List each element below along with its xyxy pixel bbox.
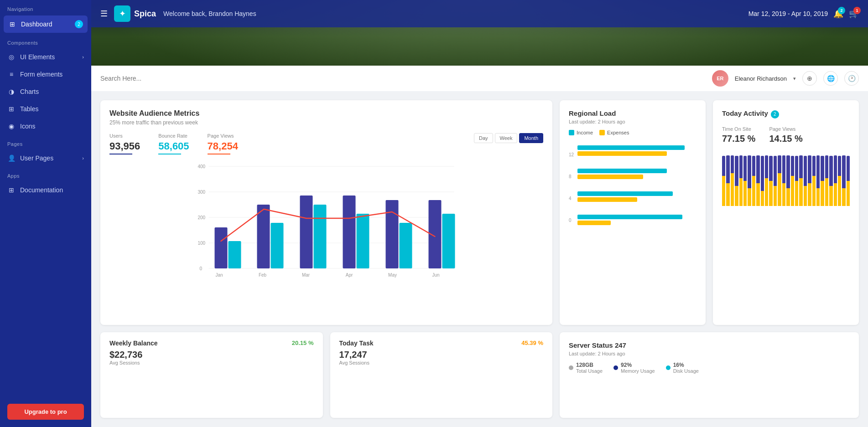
weekly-balance-value: $22,736 [109, 350, 314, 360]
sidebar-item-label: Dashboard [21, 21, 52, 28]
weekly-balance-header: Weekly Balance 20.15 % [109, 340, 314, 347]
sidebar-item-label: UI Elements [20, 53, 55, 61]
plus-icon[interactable]: ⊕ [802, 71, 817, 86]
globe-icon[interactable]: 🌐 [823, 71, 838, 86]
month-filter-button[interactable]: Month [519, 133, 543, 143]
svg-rect-19 [400, 223, 412, 268]
sidebar-item-ui-elements[interactable]: ◎ UI Elements › [0, 48, 91, 66]
svg-text:Feb: Feb [259, 273, 267, 278]
server-status-subtitle: Last update: 2 Hours ago [569, 351, 850, 356]
bar-column [726, 155, 729, 206]
server-status-title: Server Status 247 [569, 341, 850, 349]
expense-bar-4 [577, 221, 611, 225]
clock-icon[interactable]: 🕐 [844, 71, 859, 86]
y-label-12: 12 [569, 152, 574, 157]
sidebar-item-dashboard[interactable]: ⊞ Dashboard 2 [4, 15, 88, 33]
sidebar-item-label: Icons [20, 123, 35, 130]
notifications-button-2[interactable]: 🛒 1 [849, 9, 859, 19]
metrics-subtitle: 25% more traffic than previous week [109, 119, 543, 126]
svg-rect-21 [442, 214, 455, 268]
pageviews-metric: Page Views 78,254 [208, 133, 238, 154]
pageviews-value: 78,254 [208, 140, 238, 152]
disk-usage-value: 16% [673, 362, 699, 368]
today-task-header: Today Task 45.39 % [339, 340, 544, 347]
income-dot [569, 130, 574, 135]
bar-column [838, 156, 841, 206]
hbar-chart-wrapper: 12 8 4 0 [569, 142, 696, 233]
bar-column [812, 156, 816, 206]
expenses-label: Expenses [607, 130, 629, 135]
main-content: ☰ ✦ Spica Welcome back, Brandon Haynes M… [91, 0, 868, 427]
bar-column [816, 155, 820, 206]
bottom-row: Weekly Balance 20.15 % $22,736 Avg Sessi… [100, 332, 552, 418]
upgrade-button[interactable]: Upgrade to pro [7, 404, 84, 420]
svg-text:400: 400 [198, 164, 206, 169]
date-range: Mar 12, 2019 - Apr 10, 2019 [748, 10, 828, 17]
sidebar-item-icons[interactable]: ◉ Icons [0, 118, 91, 135]
svg-text:Mar: Mar [302, 273, 310, 278]
sidebar-item-charts[interactable]: ◑ Charts [0, 83, 91, 100]
hbar-row-3 [577, 191, 696, 206]
content-area: Website Audience Metrics 25% more traffi… [91, 91, 868, 427]
total-usage-value: 128GB [576, 362, 603, 368]
notif-badge-2: 1 [853, 7, 861, 14]
activity-metrics: Time On Site 77.15 % Page Views 14.15 % [722, 126, 850, 144]
svg-text:300: 300 [198, 190, 206, 195]
svg-text:Jun: Jun [432, 273, 439, 278]
documentation-icon: ⊞ [7, 186, 16, 194]
dashboard-icon: ⊞ [8, 20, 16, 28]
today-task-label: Avg Sessions [339, 360, 544, 365]
users-label: Users [109, 133, 140, 139]
notifications-button-1[interactable]: 🔔 2 [833, 9, 843, 19]
users-underline [109, 154, 132, 154]
week-filter-button[interactable]: Week [495, 133, 518, 143]
expenses-dot [599, 130, 605, 135]
svg-rect-10 [215, 227, 228, 268]
search-input[interactable] [100, 75, 712, 82]
arrow-icon: › [82, 54, 84, 60]
server-metrics: 128GB Total Usage 92% Memory Usage 16% [569, 362, 850, 374]
pv-label: Page Views [769, 126, 802, 132]
sidebar-item-documentation[interactable]: ⊞ Documentation [0, 181, 91, 199]
arrow-icon: › [82, 155, 84, 161]
today-task-value: 17,247 [339, 350, 544, 360]
memory-usage-value: 92% [621, 362, 655, 368]
logo-icon: ✦ [119, 9, 126, 19]
bar-column [786, 155, 790, 206]
weekly-balance-pct: 20.15 % [292, 340, 314, 346]
disk-usage-label: Disk Usage [673, 368, 699, 374]
user-name: Eleanor Richardson [735, 75, 787, 82]
svg-text:200: 200 [198, 215, 206, 220]
time-label: Time On Site [722, 126, 755, 132]
sidebar-item-form-elements[interactable]: ≡ Form elements [0, 66, 91, 83]
weekly-balance-title: Weekly Balance [109, 340, 158, 347]
disk-usage-metric: 16% Disk Usage [666, 362, 699, 374]
hamburger-icon[interactable]: ☰ [100, 9, 108, 19]
chevron-down-icon[interactable]: ▾ [793, 76, 796, 82]
bar-column [765, 155, 768, 206]
activity-header: Today Activity 2 [722, 109, 850, 119]
regional-subtitle: Last update: 2 Hours ago [569, 119, 696, 124]
sidebar-item-label: Charts [20, 88, 39, 95]
today-task-title: Today Task [339, 340, 374, 347]
day-filter-button[interactable]: Day [474, 133, 493, 143]
svg-rect-13 [271, 223, 284, 268]
bar-column [847, 156, 850, 206]
weekly-balance-card: Weekly Balance 20.15 % $22,736 Avg Sessi… [100, 332, 323, 418]
bar-column [808, 155, 811, 206]
bar-column [739, 155, 743, 206]
total-usage-label: Total Usage [576, 368, 603, 374]
charts-icon: ◑ [7, 87, 16, 96]
activity-card: Today Activity 2 Time On Site 77.15 % Pa… [713, 100, 859, 325]
sidebar-item-user-pages[interactable]: 👤 User Pages › [0, 149, 91, 167]
bar-column [821, 156, 824, 206]
hero-header: ☰ ✦ Spica Welcome back, Brandon Haynes M… [91, 0, 868, 91]
user-pages-icon: 👤 [7, 154, 16, 162]
avatar: ER [712, 70, 728, 87]
bar-column [795, 156, 798, 206]
svg-rect-16 [343, 195, 356, 268]
hbar-row-2 [577, 169, 696, 184]
sidebar-item-tables[interactable]: ⊞ Tables [0, 100, 91, 118]
sidebar-item-label: Documentation [20, 186, 63, 194]
memory-usage-metric: 92% Memory Usage [613, 362, 655, 374]
